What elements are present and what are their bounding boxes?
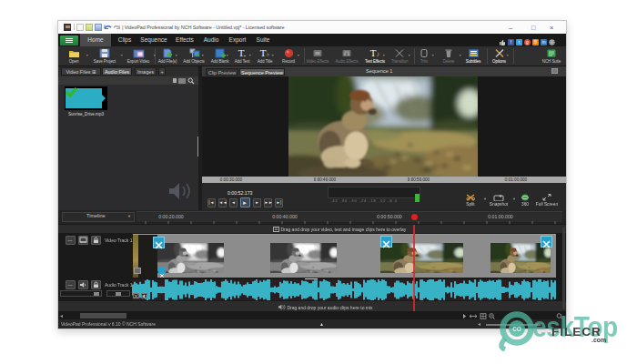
svg-text:co: co [512, 324, 521, 333]
